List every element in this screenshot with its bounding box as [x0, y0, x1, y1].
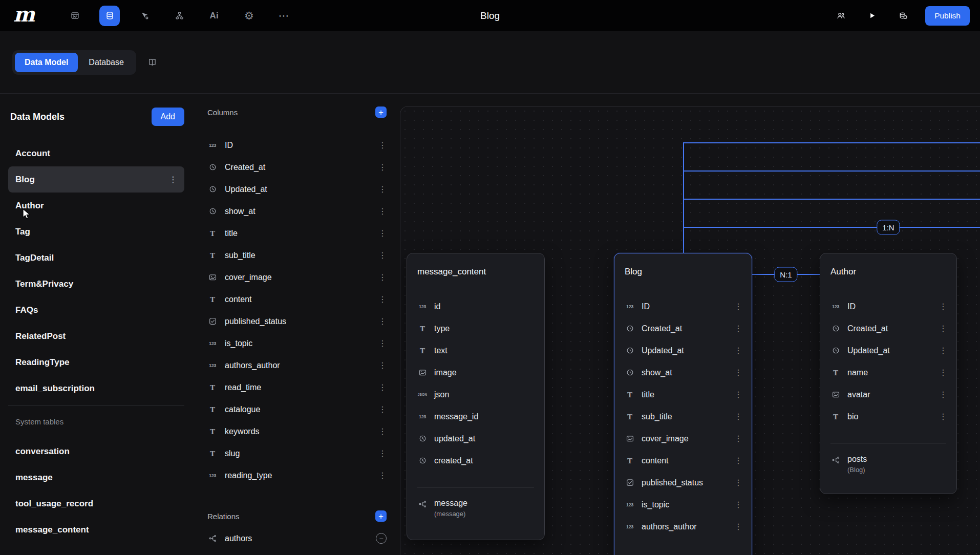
column-row[interactable]: show_at⋮: [207, 200, 387, 222]
column-menu-icon[interactable]: ⋮: [378, 185, 387, 194]
column-menu-icon[interactable]: ⋮: [378, 383, 387, 392]
field-menu-icon[interactable]: ⋮: [734, 501, 742, 509]
column-row[interactable]: cover_image⋮: [207, 266, 387, 288]
field-menu-icon[interactable]: ⋮: [734, 325, 742, 333]
field-row[interactable]: Created_at⋮: [614, 317, 752, 339]
column-row[interactable]: 123ID⋮: [207, 134, 387, 156]
column-row[interactable]: Tcatalogue⋮: [207, 398, 387, 420]
field-row[interactable]: 123id: [407, 295, 544, 317]
model-item[interactable]: ReadingType: [8, 349, 184, 375]
field-row[interactable]: Ttext: [407, 339, 544, 361]
field-row[interactable]: JSONjson: [407, 383, 544, 405]
field-row[interactable]: Created_at⋮: [820, 317, 956, 339]
publish-button[interactable]: Publish: [925, 6, 970, 26]
column-row[interactable]: Ttitle⋮: [207, 222, 387, 244]
table-card[interactable]: Author123ID⋮Created_at⋮Updated_at⋮Tname⋮…: [820, 253, 957, 494]
column-menu-icon[interactable]: ⋮: [378, 295, 387, 304]
tool-button-design[interactable]: [134, 6, 155, 26]
field-menu-icon[interactable]: ⋮: [939, 369, 947, 377]
table-title[interactable]: message_content: [407, 253, 544, 277]
relation-row[interactable]: authors−: [207, 527, 387, 549]
field-menu-icon[interactable]: ⋮: [939, 413, 947, 421]
column-row[interactable]: published_status⋮: [207, 310, 387, 332]
column-menu-icon[interactable]: ⋮: [378, 251, 387, 260]
credits-button[interactable]: [894, 7, 912, 25]
column-row[interactable]: Tcontent⋮: [207, 288, 387, 310]
collaborators-button[interactable]: [832, 7, 850, 25]
column-menu-icon[interactable]: ⋮: [378, 339, 387, 348]
column-row[interactable]: Tread_time⋮: [207, 376, 387, 398]
kebab-menu-icon[interactable]: ⋮: [169, 176, 177, 184]
field-menu-icon[interactable]: ⋮: [734, 523, 742, 531]
system-table-item[interactable]: message_content: [8, 517, 184, 543]
tool-button-settings[interactable]: ⚙: [239, 6, 259, 26]
column-menu-icon[interactable]: ⋮: [378, 428, 387, 436]
field-menu-icon[interactable]: ⋮: [734, 391, 742, 399]
model-item[interactable]: FAQs: [8, 297, 184, 323]
column-row[interactable]: 123authors_author⋮: [207, 354, 387, 376]
column-menu-icon[interactable]: ⋮: [378, 141, 387, 150]
field-row[interactable]: Tcontent⋮: [614, 450, 752, 472]
model-item[interactable]: Tag: [8, 219, 184, 245]
card-relation-row[interactable]: message(message): [407, 499, 544, 518]
system-table-item[interactable]: message: [8, 464, 184, 490]
field-row[interactable]: Tbio⋮: [820, 405, 956, 428]
field-menu-icon[interactable]: ⋮: [734, 479, 742, 487]
model-item[interactable]: Author: [8, 193, 184, 219]
field-menu-icon[interactable]: ⋮: [939, 325, 947, 333]
column-row[interactable]: Created_at⋮: [207, 156, 387, 178]
model-item[interactable]: Term&Privacy: [8, 271, 184, 297]
docs-button[interactable]: [147, 58, 158, 67]
column-row[interactable]: 123is_topic⋮: [207, 332, 387, 354]
field-row[interactable]: avatar⋮: [820, 383, 956, 405]
card-relation-row[interactable]: posts(Blog): [820, 455, 956, 474]
field-row[interactable]: Updated_at⋮: [614, 339, 752, 361]
field-row[interactable]: Tsub_title⋮: [614, 405, 752, 428]
column-menu-icon[interactable]: ⋮: [378, 229, 387, 238]
column-menu-icon[interactable]: ⋮: [378, 361, 387, 370]
tool-button-ai[interactable]: Ai: [204, 6, 224, 26]
column-menu-icon[interactable]: ⋮: [378, 450, 387, 458]
field-menu-icon[interactable]: ⋮: [939, 391, 947, 399]
column-row[interactable]: Updated_at⋮: [207, 178, 387, 200]
model-item[interactable]: email_subscription: [8, 375, 184, 401]
field-row[interactable]: Ttype: [407, 317, 544, 339]
field-menu-icon[interactable]: ⋮: [734, 303, 742, 311]
field-row[interactable]: 123authors_author⋮: [614, 516, 752, 538]
column-row[interactable]: Tsub_title⋮: [207, 244, 387, 266]
field-row[interactable]: Tname⋮: [820, 361, 956, 383]
field-row[interactable]: show_at⋮: [614, 361, 752, 383]
field-row[interactable]: Ttitle⋮: [614, 383, 752, 405]
tool-button-flow[interactable]: [169, 6, 189, 26]
model-item[interactable]: TagDetail: [8, 245, 184, 271]
field-menu-icon[interactable]: ⋮: [734, 457, 742, 465]
field-row[interactable]: 123is_topic⋮: [614, 494, 752, 516]
model-item[interactable]: Blog⋮: [8, 166, 184, 193]
field-row[interactable]: image: [407, 361, 544, 383]
schema-canvas[interactable]: 1:N N:1 message_content123idTtypeTtextim…: [400, 106, 980, 555]
preview-button[interactable]: [863, 7, 881, 25]
add-model-button[interactable]: Add: [152, 108, 184, 126]
tool-button-pages[interactable]: [65, 6, 85, 26]
column-row[interactable]: 123reading_type⋮: [207, 464, 387, 486]
model-item[interactable]: RelatedPost: [8, 323, 184, 349]
field-row[interactable]: Updated_at⋮: [820, 339, 956, 361]
field-row[interactable]: 123ID⋮: [820, 295, 956, 317]
system-table-item[interactable]: conversation: [8, 438, 184, 464]
field-row[interactable]: published_status⋮: [614, 472, 752, 494]
column-menu-icon[interactable]: ⋮: [378, 207, 387, 216]
column-row[interactable]: Tslug⋮: [207, 442, 387, 464]
add-column-button[interactable]: +: [375, 106, 387, 118]
field-row[interactable]: 123ID⋮: [614, 295, 752, 317]
app-logo[interactable]: m: [13, 5, 35, 24]
system-table-item[interactable]: tool_usage_record: [8, 490, 184, 517]
tab-data-model[interactable]: Data Model: [15, 53, 78, 72]
tool-button-data[interactable]: [99, 6, 120, 26]
column-menu-icon[interactable]: ⋮: [378, 273, 387, 282]
field-row[interactable]: cover_image⋮: [614, 428, 752, 450]
field-menu-icon[interactable]: ⋮: [734, 413, 742, 421]
table-title[interactable]: Blog: [614, 253, 752, 277]
field-row[interactable]: created_at: [407, 450, 544, 472]
field-menu-icon[interactable]: ⋮: [734, 435, 742, 443]
add-relation-button[interactable]: +: [375, 510, 387, 522]
